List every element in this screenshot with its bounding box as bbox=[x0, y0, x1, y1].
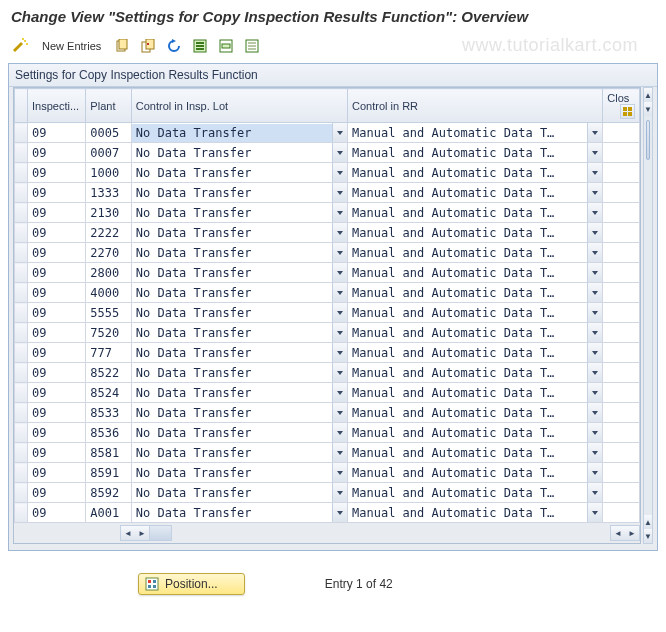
cell-control-rr[interactable]: Manual and Automatic Data T… bbox=[348, 403, 602, 422]
cell-close[interactable] bbox=[603, 403, 639, 422]
chevron-down-icon[interactable] bbox=[332, 123, 347, 142]
cell-control-rr[interactable]: Manual and Automatic Data T… bbox=[348, 503, 602, 522]
cell-close[interactable] bbox=[603, 303, 639, 322]
chevron-down-icon[interactable] bbox=[587, 323, 602, 342]
scroll-left-icon[interactable]: ◄ bbox=[611, 526, 625, 540]
chevron-down-icon[interactable] bbox=[587, 223, 602, 242]
position-button[interactable]: Position... bbox=[138, 573, 245, 595]
cell-plant[interactable] bbox=[86, 303, 130, 322]
cell-plant[interactable] bbox=[86, 403, 130, 422]
cell-control-insp-lot[interactable]: No Data Transfer bbox=[132, 423, 347, 442]
scroll-right-icon[interactable]: ► bbox=[135, 526, 149, 540]
chevron-down-icon[interactable] bbox=[587, 303, 602, 322]
cell-close[interactable] bbox=[603, 283, 639, 302]
chevron-down-icon[interactable] bbox=[332, 243, 347, 262]
cell-control-insp-lot[interactable]: No Data Transfer bbox=[132, 223, 347, 242]
cell-plant[interactable] bbox=[86, 363, 130, 382]
cell-control-rr[interactable]: Manual and Automatic Data T… bbox=[348, 363, 602, 382]
col-header-control-rr[interactable]: Control in RR bbox=[348, 89, 603, 123]
row-selector[interactable] bbox=[15, 403, 28, 423]
row-selector[interactable] bbox=[15, 463, 28, 483]
cell-plant[interactable] bbox=[86, 223, 130, 242]
cell-control-insp-lot[interactable]: No Data Transfer bbox=[132, 383, 347, 402]
cell-control-insp-lot[interactable]: No Data Transfer bbox=[132, 323, 347, 342]
chevron-down-icon[interactable] bbox=[587, 363, 602, 382]
chevron-down-icon[interactable] bbox=[332, 443, 347, 462]
cell-control-rr[interactable]: Manual and Automatic Data T… bbox=[348, 483, 602, 502]
cell-inspecti[interactable] bbox=[28, 323, 85, 342]
cell-plant[interactable] bbox=[86, 283, 130, 302]
cell-close[interactable] bbox=[603, 243, 639, 262]
scroll-down-icon[interactable]: ▼ bbox=[644, 529, 652, 543]
cell-inspecti[interactable] bbox=[28, 343, 85, 362]
chevron-down-icon[interactable] bbox=[587, 183, 602, 202]
cell-close[interactable] bbox=[603, 343, 639, 362]
cell-inspecti[interactable] bbox=[28, 423, 85, 442]
cell-plant[interactable] bbox=[86, 143, 130, 162]
undo-icon[interactable] bbox=[163, 35, 185, 57]
cell-control-insp-lot[interactable]: No Data Transfer bbox=[132, 243, 347, 262]
scroll-left-icon[interactable]: ◄ bbox=[121, 526, 135, 540]
chevron-down-icon[interactable] bbox=[332, 223, 347, 242]
chevron-down-icon[interactable] bbox=[332, 203, 347, 222]
cell-control-rr[interactable]: Manual and Automatic Data T… bbox=[348, 423, 602, 442]
cell-control-insp-lot[interactable]: No Data Transfer bbox=[132, 403, 347, 422]
row-selector[interactable] bbox=[15, 243, 28, 263]
cell-inspecti[interactable] bbox=[28, 143, 85, 162]
chevron-down-icon[interactable] bbox=[587, 263, 602, 282]
cell-control-insp-lot[interactable]: No Data Transfer bbox=[132, 143, 347, 162]
cell-inspecti[interactable] bbox=[28, 243, 85, 262]
cell-plant[interactable] bbox=[86, 243, 130, 262]
cell-inspecti[interactable] bbox=[28, 283, 85, 302]
cell-close[interactable] bbox=[603, 223, 639, 242]
chevron-down-icon[interactable] bbox=[587, 143, 602, 162]
chevron-down-icon[interactable] bbox=[332, 143, 347, 162]
row-selector[interactable] bbox=[15, 423, 28, 443]
row-selector[interactable] bbox=[15, 283, 28, 303]
cell-inspecti[interactable] bbox=[28, 163, 85, 182]
table-settings-icon[interactable] bbox=[620, 104, 635, 119]
col-header-control-insp-lot[interactable]: Control in Insp. Lot bbox=[131, 89, 347, 123]
deselect-all-icon[interactable] bbox=[241, 35, 263, 57]
cell-control-rr[interactable]: Manual and Automatic Data T… bbox=[348, 203, 602, 222]
cell-control-rr[interactable]: Manual and Automatic Data T… bbox=[348, 263, 602, 282]
cell-control-insp-lot[interactable]: No Data Transfer bbox=[132, 303, 347, 322]
cell-control-insp-lot[interactable]: No Data Transfer bbox=[132, 263, 347, 282]
scroll-down-icon[interactable]: ▼ bbox=[644, 102, 652, 116]
chevron-down-icon[interactable] bbox=[587, 483, 602, 502]
cell-control-rr[interactable]: Manual and Automatic Data T… bbox=[348, 323, 602, 342]
chevron-down-icon[interactable] bbox=[332, 463, 347, 482]
vertical-scrollbar[interactable]: ▲ ▼ ▲ ▼ bbox=[643, 87, 653, 544]
row-selector[interactable] bbox=[15, 383, 28, 403]
copy-all-icon[interactable] bbox=[137, 35, 159, 57]
cell-close[interactable] bbox=[603, 463, 639, 482]
cell-close[interactable] bbox=[603, 443, 639, 462]
cell-close[interactable] bbox=[603, 163, 639, 182]
chevron-down-icon[interactable] bbox=[587, 343, 602, 362]
row-selector[interactable] bbox=[15, 503, 28, 523]
cell-plant[interactable] bbox=[86, 423, 130, 442]
cell-control-rr[interactable]: Manual and Automatic Data T… bbox=[348, 123, 602, 142]
scroll-track[interactable] bbox=[644, 116, 652, 515]
cell-close[interactable] bbox=[603, 123, 639, 142]
chevron-down-icon[interactable] bbox=[332, 283, 347, 302]
chevron-down-icon[interactable] bbox=[587, 163, 602, 182]
cell-control-rr[interactable]: Manual and Automatic Data T… bbox=[348, 383, 602, 402]
scroll-up-icon[interactable]: ▲ bbox=[644, 515, 652, 529]
cell-inspecti[interactable] bbox=[28, 303, 85, 322]
cell-plant[interactable] bbox=[86, 343, 130, 362]
chevron-down-icon[interactable] bbox=[332, 263, 347, 282]
cell-close[interactable] bbox=[603, 323, 639, 342]
chevron-down-icon[interactable] bbox=[332, 303, 347, 322]
cell-plant[interactable] bbox=[86, 443, 130, 462]
cell-control-rr[interactable]: Manual and Automatic Data T… bbox=[348, 463, 602, 482]
cell-control-rr[interactable]: Manual and Automatic Data T… bbox=[348, 223, 602, 242]
cell-plant[interactable] bbox=[86, 383, 130, 402]
row-selector[interactable] bbox=[15, 203, 28, 223]
h-scroll-left-group[interactable]: ◄ ► bbox=[120, 525, 172, 541]
col-header-close[interactable]: Clos bbox=[603, 89, 640, 123]
chevron-down-icon[interactable] bbox=[332, 423, 347, 442]
scroll-thumb[interactable] bbox=[646, 120, 650, 160]
cell-close[interactable] bbox=[603, 143, 639, 162]
chevron-down-icon[interactable] bbox=[587, 503, 602, 522]
